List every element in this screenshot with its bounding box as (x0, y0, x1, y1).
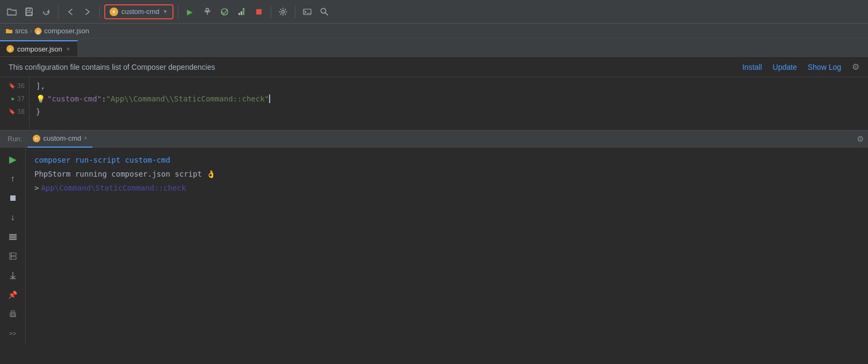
breadcrumb-file-icon: {} (34, 27, 42, 35)
run-config-label: custom-cmd (121, 8, 160, 16)
run-panel-tabs: Run: custom-cmd × (4, 130, 92, 148)
editor-tabs: {} composer.json × (0, 39, 868, 57)
show-log-btn[interactable]: Show Log (808, 63, 841, 71)
run-sidebar-print-btn[interactable] (5, 307, 20, 322)
find-btn[interactable] (317, 4, 332, 19)
svg-rect-8 (243, 10, 244, 15)
separator-2 (99, 5, 100, 18)
info-bar-actions: Install Update Show Log ⚙ (742, 62, 859, 72)
svg-rect-2 (26, 12, 32, 15)
output-line-2: PhpStorm running composer.json script 👌 (34, 167, 859, 181)
line-number-38: 🔖 38 (0, 105, 29, 118)
stop-btn[interactable]: ⏹ (251, 4, 266, 19)
separator-4 (271, 5, 271, 18)
lightbulb-icon[interactable]: 💡 (36, 92, 45, 105)
run-sidebar-push-btn[interactable] (5, 268, 20, 283)
breadcrumb-srcs[interactable]: srcs (15, 27, 28, 35)
run-panel-settings-icon[interactable]: ⚙ (857, 134, 864, 144)
scroll-down-btn[interactable]: ↓ (5, 210, 20, 225)
open-folder-btn[interactable] (4, 4, 19, 19)
sync-btn[interactable] (39, 4, 54, 19)
run-line-btn-37[interactable]: ▶ (12, 92, 15, 105)
save-btn[interactable] (21, 4, 37, 19)
cursor (269, 94, 270, 103)
svg-rect-21 (9, 236, 17, 238)
svg-line-14 (326, 13, 328, 16)
code-line-38: } (36, 105, 868, 118)
svg-rect-22 (9, 238, 17, 240)
run-sidebar-more-btn[interactable]: >> (5, 326, 20, 341)
terminal-btn[interactable] (300, 4, 315, 19)
tab-label: composer.json (17, 45, 62, 53)
run-play-btn[interactable]: ▶ (5, 152, 20, 167)
code-37-key: "custom-cmd" (47, 92, 102, 105)
output-line-3: > App\Command\StaticCommand::check (34, 181, 859, 195)
separator-3 (178, 5, 178, 18)
output-command-text: composer run-script custom-cmd (34, 153, 170, 167)
code-lines: ], 💡 "custom-cmd" : "App\\Command\\Stati… (30, 77, 868, 130)
tab-close-btn[interactable]: × (66, 45, 71, 53)
run-sidebar-pin2-btn[interactable]: 📌 (5, 287, 20, 302)
forward-btn[interactable] (80, 4, 95, 19)
run-panel-header: Run: custom-cmd × ⚙ (0, 130, 868, 148)
back-btn[interactable] (63, 4, 78, 19)
code-37-value: "App\\Command\\StaticCommand::check" (106, 92, 269, 105)
code-38-content: } (36, 105, 40, 118)
run-content: ▶ ↑ ⏹ ↓ (0, 148, 868, 345)
svg-point-10 (281, 10, 284, 13)
svg-point-9 (243, 8, 244, 10)
svg-text:{}: {} (37, 30, 40, 34)
breadcrumb-composer-json[interactable]: composer.json (44, 27, 89, 35)
run-tab-label: custom-cmd (43, 134, 81, 142)
line-number-37: ▶ 37 (0, 92, 29, 105)
svg-rect-7 (241, 11, 242, 15)
run-sidebar-pin-btn[interactable] (5, 249, 20, 264)
code-line-37: 💡 "custom-cmd" : "App\\Command\\StaticCo… (36, 92, 868, 105)
svg-rect-24 (10, 257, 16, 259)
separator-1 (58, 5, 59, 18)
tab-file-icon: {} (6, 45, 14, 53)
folder-icon (5, 27, 13, 35)
svg-rect-30 (11, 315, 15, 316)
profile-btn[interactable] (234, 4, 249, 19)
run-tab-icon (33, 135, 40, 142)
run-tab-custom-cmd[interactable]: custom-cmd × (27, 130, 92, 148)
scroll-up-btn[interactable]: ↑ (5, 171, 20, 186)
coverage-btn[interactable] (217, 4, 232, 19)
debug-btn[interactable] (200, 4, 215, 19)
output-normal-text: PhpStorm running composer.json script 👌 (34, 167, 215, 181)
run-panel-title: Run: (4, 135, 25, 143)
output-line-1: composer run-script custom-cmd (34, 153, 859, 167)
settings-btn[interactable] (276, 4, 291, 19)
run-tab-close-btn[interactable]: × (84, 135, 87, 141)
breadcrumb: srcs › {} composer.json (0, 24, 868, 39)
info-bar-settings-icon[interactable]: ⚙ (852, 62, 859, 72)
dropdown-arrow-icon: ▼ (163, 9, 168, 14)
separator-5 (295, 5, 295, 18)
output-arrow: > (34, 181, 39, 195)
toolbar: custom-cmd ▼ ▶ ⏹ (0, 0, 868, 24)
svg-rect-20 (9, 234, 17, 236)
svg-point-3 (112, 9, 117, 14)
code-line-36: ], (36, 79, 868, 92)
svg-text:{}: {} (9, 48, 11, 51)
bookmark-icon-36: 🔖 (9, 79, 15, 92)
output-path-text: App\Command\StaticCommand::check (41, 181, 186, 195)
run-sidebar-layout-btn[interactable] (5, 229, 20, 244)
svg-rect-1 (27, 8, 30, 11)
info-bar: This configuration file contains list of… (0, 57, 868, 77)
run-output: composer run-script custom-cmd PhpStorm … (26, 148, 868, 345)
svg-point-4 (206, 8, 208, 11)
run-btn[interactable]: ▶ (183, 4, 198, 19)
run-sidebar: ▶ ↑ ⏹ ↓ (0, 148, 26, 345)
editor-area: 🔖 36 ▶ 37 🔖 38 ], 💡 "custom-cmd" : "App\… (0, 77, 868, 130)
run-config-icon (110, 8, 118, 16)
line-numbers: 🔖 36 ▶ 37 🔖 38 (0, 77, 30, 130)
editor-tab-composer-json[interactable]: {} composer.json × (0, 40, 78, 56)
install-btn[interactable]: Install (742, 63, 762, 71)
code-36-content: ], (36, 79, 45, 92)
run-config-dropdown[interactable]: custom-cmd ▼ (104, 4, 173, 19)
update-btn[interactable]: Update (773, 63, 797, 71)
run-stop-btn[interactable]: ⏹ (5, 191, 20, 206)
svg-rect-23 (10, 253, 16, 256)
